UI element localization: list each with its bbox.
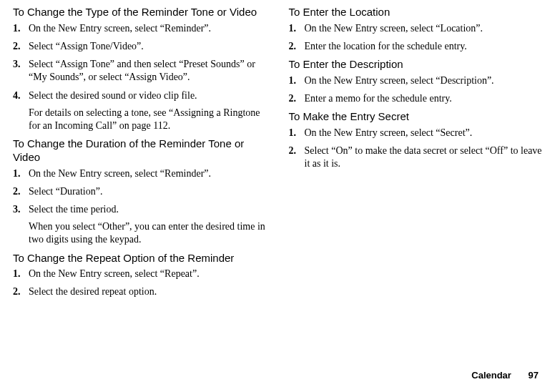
list-text: On the New Entry screen, select “Secret”… (305, 127, 548, 139)
section-heading: To Enter the Location (289, 6, 548, 19)
ordered-list: 1.On the New Entry screen, select “Remin… (13, 167, 272, 247)
list-text: On the New Entry screen, select “Descrip… (305, 74, 548, 87)
list-number: 2. (13, 40, 29, 53)
list-item: 2.Select “On” to make the data secret or… (289, 144, 548, 170)
list-item: 1.On the New Entry screen, select “Descr… (289, 74, 548, 87)
list-item: 2.Select “Duration”. (13, 185, 272, 198)
list-number: 2. (289, 92, 305, 105)
list-text: Select “Assign Tone/Video”. (29, 40, 272, 53)
ordered-list: 1.On the New Entry screen, select “Descr… (289, 74, 548, 105)
list-text-inner: Select the desired sound or video clip f… (29, 90, 197, 101)
list-item: 3.Select “Assign Tone” and then select “… (13, 58, 272, 84)
list-number: 3. (13, 58, 29, 71)
list-text: Select “Assign Tone” and then select “Pr… (29, 58, 272, 84)
list-number: 4. (13, 89, 29, 102)
ordered-list: 1.On the New Entry screen, select “Secre… (289, 127, 548, 171)
list-number: 1. (289, 74, 305, 87)
list-text: On the New Entry screen, select “Repeat”… (29, 268, 272, 280)
list-item: 2.Select the desired repeat option. (13, 285, 272, 298)
content-columns: To Change the Type of the Reminder Tone … (13, 6, 547, 304)
ordered-list: 1.On the New Entry screen, select “Locat… (289, 22, 548, 53)
list-number: 1. (13, 268, 29, 280)
section-heading: To Enter the Description (289, 58, 548, 72)
left-column: To Change the Type of the Reminder Tone … (13, 6, 272, 304)
list-item: 1.On the New Entry screen, select “Locat… (289, 22, 548, 35)
list-text: Select “On” to make the data secret or s… (305, 144, 548, 170)
list-text: On the New Entry screen, select “Reminde… (29, 22, 272, 35)
list-number: 1. (13, 22, 29, 35)
list-number: 1. (13, 167, 29, 180)
list-item: 4.Select the desired sound or video clip… (13, 89, 272, 133)
list-item: 1.On the New Entry screen, select “Remin… (13, 167, 272, 180)
list-item: 1.On the New Entry screen, select “Repea… (13, 268, 272, 280)
list-text: Select “Duration”. (29, 185, 272, 198)
list-item: 1.On the New Entry screen, select “Secre… (289, 127, 548, 139)
list-item: 1.On the New Entry screen, select “Remin… (13, 22, 272, 35)
list-text: Select the desired repeat option. (29, 285, 272, 298)
ordered-list: 1.On the New Entry screen, select “Remin… (13, 22, 272, 132)
list-number: 3. (13, 203, 29, 216)
ordered-list: 1.On the New Entry screen, select “Repea… (13, 268, 272, 298)
list-item: 2.Enter a memo for the schedule entry. (289, 92, 548, 105)
list-item: 2.Enter the location for the schedule en… (289, 40, 548, 53)
right-column: To Enter the Location 1.On the New Entry… (289, 6, 548, 304)
list-note: When you select “Other”, you can enter t… (29, 220, 272, 246)
list-number: 2. (289, 40, 305, 53)
section-heading: To Change the Type of the Reminder Tone … (13, 6, 272, 19)
list-text: Select the time period.When you select “… (29, 203, 272, 247)
list-text: On the New Entry screen, select “Locatio… (305, 22, 548, 35)
list-item: 3.Select the time period.When you select… (13, 203, 272, 247)
list-text: Enter a memo for the schedule entry. (305, 92, 548, 105)
list-number: 1. (289, 127, 305, 139)
list-text-inner: Select the time period. (29, 204, 119, 215)
list-number: 2. (13, 185, 29, 198)
list-text: On the New Entry screen, select “Reminde… (29, 167, 272, 180)
list-item: 2.Select “Assign Tone/Video”. (13, 40, 272, 53)
footer-page-number: 97 (529, 370, 539, 381)
list-text: Enter the location for the schedule entr… (305, 40, 548, 53)
section-heading: To Make the Entry Secret (289, 110, 548, 124)
list-number: 1. (289, 22, 305, 35)
footer-chapter: Calendar (471, 370, 511, 381)
section-heading: To Change the Repeat Option of the Remin… (13, 252, 272, 265)
list-text: Select the desired sound or video clip f… (29, 89, 272, 133)
list-number: 2. (13, 285, 29, 298)
page-footer: Calendar 97 (471, 370, 539, 381)
list-note: For details on selecting a tone, see “As… (29, 107, 272, 132)
list-number: 2. (289, 144, 305, 157)
section-heading: To Change the Duration of the Reminder T… (13, 137, 272, 165)
